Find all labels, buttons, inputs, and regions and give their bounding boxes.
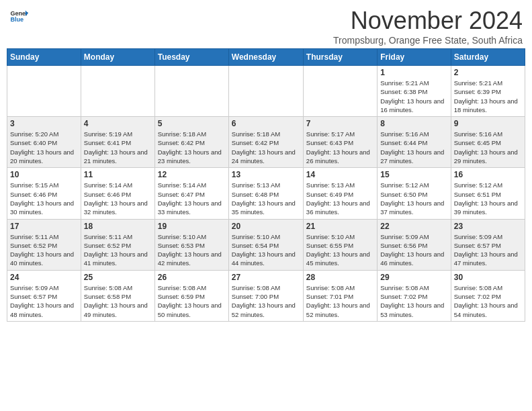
- day-number: 7: [306, 119, 374, 128]
- svg-text:Blue: Blue: [10, 16, 24, 23]
- day-info: Sunrise: 5:12 AM Sunset: 6:50 PM Dayligh…: [380, 181, 447, 216]
- page-header: General Blue November 2024 Trompsburg, O…: [7, 7, 525, 46]
- col-saturday: Saturday: [451, 49, 525, 66]
- day-number: 30: [454, 273, 522, 282]
- calendar-day: 26Sunrise: 5:08 AM Sunset: 6:59 PM Dayli…: [154, 270, 228, 321]
- day-number: 12: [158, 170, 226, 179]
- calendar-day: 6Sunrise: 5:18 AM Sunset: 6:42 PM Daylig…: [228, 117, 303, 168]
- calendar-day: [154, 66, 228, 117]
- calendar-day: 19Sunrise: 5:10 AM Sunset: 6:53 PM Dayli…: [154, 219, 228, 270]
- calendar-day: 25Sunrise: 5:08 AM Sunset: 6:58 PM Dayli…: [81, 270, 154, 321]
- day-number: 22: [380, 222, 447, 231]
- day-info: Sunrise: 5:21 AM Sunset: 6:38 PM Dayligh…: [380, 79, 447, 114]
- day-number: 24: [10, 273, 78, 282]
- day-info: Sunrise: 5:13 AM Sunset: 6:48 PM Dayligh…: [232, 181, 300, 216]
- day-info: Sunrise: 5:11 AM Sunset: 6:52 PM Dayligh…: [84, 232, 152, 268]
- calendar-table: Sunday Monday Tuesday Wednesday Thursday…: [7, 48, 525, 322]
- day-number: 16: [454, 170, 522, 179]
- day-number: 14: [306, 170, 374, 179]
- calendar-day: 27Sunrise: 5:08 AM Sunset: 7:00 PM Dayli…: [228, 270, 303, 321]
- day-number: 6: [232, 119, 300, 128]
- calendar-day: 4Sunrise: 5:19 AM Sunset: 6:41 PM Daylig…: [81, 117, 154, 168]
- day-info: Sunrise: 5:08 AM Sunset: 6:59 PM Dayligh…: [158, 283, 226, 319]
- calendar-day: 13Sunrise: 5:13 AM Sunset: 6:48 PM Dayli…: [228, 168, 303, 219]
- day-number: 13: [232, 170, 300, 179]
- day-info: Sunrise: 5:08 AM Sunset: 6:58 PM Dayligh…: [84, 283, 152, 319]
- day-info: Sunrise: 5:11 AM Sunset: 6:52 PM Dayligh…: [10, 232, 78, 268]
- calendar-day: 5Sunrise: 5:18 AM Sunset: 6:42 PM Daylig…: [154, 117, 228, 168]
- logo: General Blue: [9, 7, 28, 26]
- day-info: Sunrise: 5:09 AM Sunset: 6:57 PM Dayligh…: [10, 283, 78, 319]
- day-info: Sunrise: 5:17 AM Sunset: 6:43 PM Dayligh…: [306, 130, 374, 165]
- day-number: 28: [306, 273, 374, 282]
- day-info: Sunrise: 5:18 AM Sunset: 6:42 PM Dayligh…: [158, 130, 226, 165]
- calendar-day: 16Sunrise: 5:12 AM Sunset: 6:51 PM Dayli…: [451, 168, 525, 219]
- calendar-week-5: 24Sunrise: 5:09 AM Sunset: 6:57 PM Dayli…: [7, 270, 525, 321]
- day-number: 9: [454, 119, 522, 128]
- day-number: 20: [232, 222, 300, 231]
- calendar-day: [7, 66, 81, 117]
- day-number: 8: [380, 119, 447, 128]
- day-number: 26: [158, 273, 226, 282]
- calendar-day: 30Sunrise: 5:08 AM Sunset: 7:02 PM Dayli…: [451, 270, 525, 321]
- col-sunday: Sunday: [7, 49, 81, 66]
- calendar-day: 8Sunrise: 5:16 AM Sunset: 6:44 PM Daylig…: [378, 117, 451, 168]
- day-info: Sunrise: 5:10 AM Sunset: 6:54 PM Dayligh…: [232, 232, 300, 268]
- day-number: 4: [84, 119, 152, 128]
- logo-icon: General Blue: [9, 7, 28, 26]
- day-number: 15: [380, 170, 447, 179]
- calendar-day: 1Sunrise: 5:21 AM Sunset: 6:38 PM Daylig…: [378, 66, 451, 117]
- day-info: Sunrise: 5:14 AM Sunset: 6:46 PM Dayligh…: [84, 181, 152, 216]
- day-info: Sunrise: 5:08 AM Sunset: 7:02 PM Dayligh…: [454, 283, 522, 319]
- col-thursday: Thursday: [303, 49, 377, 66]
- day-number: 10: [10, 170, 78, 179]
- day-info: Sunrise: 5:14 AM Sunset: 6:47 PM Dayligh…: [158, 181, 226, 216]
- col-friday: Friday: [378, 49, 451, 66]
- day-info: Sunrise: 5:16 AM Sunset: 6:45 PM Dayligh…: [454, 130, 522, 165]
- day-number: 11: [84, 170, 152, 179]
- calendar-day: 15Sunrise: 5:12 AM Sunset: 6:50 PM Dayli…: [378, 168, 451, 219]
- calendar-day: 24Sunrise: 5:09 AM Sunset: 6:57 PM Dayli…: [7, 270, 81, 321]
- day-number: 18: [84, 222, 152, 231]
- day-info: Sunrise: 5:20 AM Sunset: 6:40 PM Dayligh…: [10, 130, 78, 165]
- calendar-week-3: 10Sunrise: 5:15 AM Sunset: 6:46 PM Dayli…: [7, 168, 525, 219]
- col-tuesday: Tuesday: [154, 49, 228, 66]
- calendar-day: 11Sunrise: 5:14 AM Sunset: 6:46 PM Dayli…: [81, 168, 154, 219]
- day-info: Sunrise: 5:08 AM Sunset: 7:02 PM Dayligh…: [380, 283, 447, 319]
- calendar-day: 17Sunrise: 5:11 AM Sunset: 6:52 PM Dayli…: [7, 219, 81, 270]
- calendar-day: [228, 66, 303, 117]
- location-subtitle: Trompsburg, Orange Free State, South Afr…: [333, 35, 523, 46]
- calendar-day: 3Sunrise: 5:20 AM Sunset: 6:40 PM Daylig…: [7, 117, 81, 168]
- col-monday: Monday: [81, 49, 154, 66]
- calendar-day: [303, 66, 377, 117]
- day-number: 27: [232, 273, 300, 282]
- day-info: Sunrise: 5:08 AM Sunset: 7:01 PM Dayligh…: [306, 283, 374, 319]
- day-number: 23: [454, 222, 522, 231]
- title-section: November 2024 Trompsburg, Orange Free St…: [333, 7, 523, 46]
- calendar-day: 28Sunrise: 5:08 AM Sunset: 7:01 PM Dayli…: [303, 270, 377, 321]
- day-info: Sunrise: 5:08 AM Sunset: 7:00 PM Dayligh…: [232, 283, 300, 319]
- day-info: Sunrise: 5:19 AM Sunset: 6:41 PM Dayligh…: [84, 130, 152, 165]
- day-info: Sunrise: 5:16 AM Sunset: 6:44 PM Dayligh…: [380, 130, 447, 165]
- month-title: November 2024: [333, 7, 523, 35]
- calendar-day: 9Sunrise: 5:16 AM Sunset: 6:45 PM Daylig…: [451, 117, 525, 168]
- calendar-day: 2Sunrise: 5:21 AM Sunset: 6:39 PM Daylig…: [451, 66, 525, 117]
- day-number: 17: [10, 222, 78, 231]
- calendar-day: 21Sunrise: 5:10 AM Sunset: 6:55 PM Dayli…: [303, 219, 377, 270]
- calendar-day: [81, 66, 154, 117]
- day-number: 19: [158, 222, 226, 231]
- calendar-week-2: 3Sunrise: 5:20 AM Sunset: 6:40 PM Daylig…: [7, 117, 525, 168]
- day-info: Sunrise: 5:18 AM Sunset: 6:42 PM Dayligh…: [232, 130, 300, 165]
- day-number: 2: [454, 68, 522, 77]
- calendar-day: 7Sunrise: 5:17 AM Sunset: 6:43 PM Daylig…: [303, 117, 377, 168]
- day-info: Sunrise: 5:21 AM Sunset: 6:39 PM Dayligh…: [454, 79, 522, 114]
- calendar-day: 23Sunrise: 5:09 AM Sunset: 6:57 PM Dayli…: [451, 219, 525, 270]
- calendar-day: 12Sunrise: 5:14 AM Sunset: 6:47 PM Dayli…: [154, 168, 228, 219]
- day-info: Sunrise: 5:09 AM Sunset: 6:57 PM Dayligh…: [454, 232, 522, 268]
- day-info: Sunrise: 5:13 AM Sunset: 6:49 PM Dayligh…: [306, 181, 374, 216]
- calendar-header-row: Sunday Monday Tuesday Wednesday Thursday…: [7, 49, 525, 66]
- calendar-day: 18Sunrise: 5:11 AM Sunset: 6:52 PM Dayli…: [81, 219, 154, 270]
- calendar-day: 20Sunrise: 5:10 AM Sunset: 6:54 PM Dayli…: [228, 219, 303, 270]
- day-info: Sunrise: 5:15 AM Sunset: 6:46 PM Dayligh…: [10, 181, 78, 216]
- day-info: Sunrise: 5:12 AM Sunset: 6:51 PM Dayligh…: [454, 181, 522, 216]
